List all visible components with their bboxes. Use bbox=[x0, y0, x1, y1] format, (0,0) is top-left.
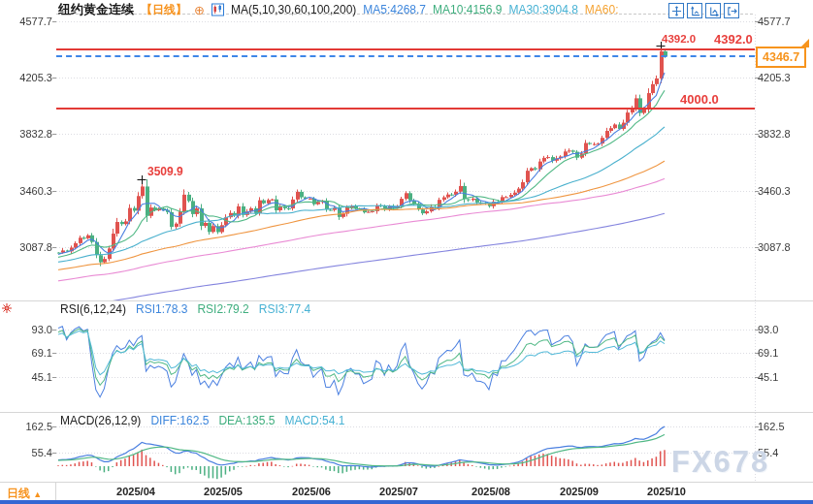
macd-axis-label: 162.5 bbox=[758, 421, 785, 432]
y-axis-label: 4205.3 bbox=[758, 72, 791, 83]
rsi-axis-label: 45.1 bbox=[758, 371, 778, 383]
macd-name[interactable]: MACD(26,12,9) bbox=[60, 414, 141, 427]
support-line[interactable] bbox=[56, 108, 755, 110]
rsi-axis-label: 93.0 bbox=[0, 324, 52, 335]
x-axis-scale-icon[interactable] bbox=[705, 3, 721, 18]
symbol-title: 纽约黄金连续 bbox=[58, 1, 134, 18]
x-axis-label: 2025/10 bbox=[647, 486, 686, 497]
chart-window: 纽约黄金连续 【日线】 ⊕ MA(5,10,30,60,100,200) MA5… bbox=[0, 0, 813, 504]
rsi-axis-label: 93.0 bbox=[758, 324, 778, 335]
macd-axis-label: 162.5 bbox=[0, 421, 52, 432]
x-axis-label: 2025/08 bbox=[472, 486, 510, 497]
watermark: FX678 bbox=[671, 445, 769, 480]
y-axis-label: 4205.3 bbox=[0, 72, 52, 83]
rsi-axis-label: 45.1 bbox=[0, 371, 52, 383]
crosshair-icon[interactable] bbox=[668, 3, 684, 18]
ma60-value: MA60: bbox=[585, 3, 619, 16]
price-flag-icon bbox=[800, 39, 809, 47]
macd-value: MACD:54.1 bbox=[284, 414, 344, 427]
bottom-scrollbar[interactable] bbox=[0, 500, 813, 504]
x-axis-label: 2025/07 bbox=[379, 486, 418, 497]
rsi-axis-label: 69.1 bbox=[0, 347, 52, 359]
ma10-value: MA10:4156.9 bbox=[433, 3, 502, 16]
ma5-value: MA5:4268.7 bbox=[363, 3, 426, 16]
resistance-axis-label: 4392.0 bbox=[714, 32, 753, 47]
y-axis-label: 3087.8 bbox=[0, 241, 52, 253]
rsi-name[interactable]: RSI(6,12,24) bbox=[60, 302, 126, 316]
chart-canvas[interactable] bbox=[0, 0, 813, 504]
period-tag[interactable]: 【日线】 bbox=[141, 2, 187, 18]
y-axis-label: 3832.8 bbox=[0, 128, 52, 140]
y-axis-label: 3460.3 bbox=[0, 185, 52, 197]
pop-out-icon[interactable] bbox=[724, 3, 739, 18]
last-price-badge: 4346.7 bbox=[756, 47, 806, 68]
ma-formula[interactable]: MA(5,10,30,60,100,200) bbox=[231, 3, 356, 16]
y-axis-label: 4577.7 bbox=[758, 16, 791, 27]
y-axis-label: 3087.8 bbox=[758, 241, 791, 253]
period-label: 日线 bbox=[7, 487, 30, 500]
macd-dea-value: DEA:135.5 bbox=[218, 414, 275, 427]
x-axis-label: 2025/06 bbox=[292, 486, 331, 497]
resistance-label: 4392.0 bbox=[662, 33, 696, 45]
y-axis-label: 4577.7 bbox=[0, 16, 52, 27]
x-axis-label: 2025/04 bbox=[116, 486, 155, 497]
current-price-line bbox=[56, 55, 755, 57]
x-axis-label: 2025/09 bbox=[560, 486, 599, 497]
rsi-header: RSI(6,12,24) RSI1:78.3 RSI2:79.2 RSI3:77… bbox=[60, 302, 310, 316]
macd-diff-value: DIFF:162.5 bbox=[150, 414, 209, 427]
rsi-axis-label: 69.1 bbox=[758, 347, 778, 359]
support-label: 4000.0 bbox=[680, 92, 719, 107]
macd-header: MACD(26,12,9) DIFF:162.5 DEA:135.5 MACD:… bbox=[60, 414, 344, 427]
rsi3-value: RSI3:77.4 bbox=[259, 302, 310, 316]
resistance-line[interactable] bbox=[56, 48, 755, 50]
y-axis-label: 3832.8 bbox=[758, 128, 791, 140]
april-high-label: 3509.9 bbox=[147, 165, 183, 178]
macd-axis-label: 55.4 bbox=[0, 447, 52, 458]
chart-toolbar bbox=[668, 3, 739, 18]
y-axis-label: 3460.3 bbox=[758, 185, 791, 197]
chevron-up-icon: ▲ bbox=[33, 489, 42, 499]
rsi1-value: RSI1:78.3 bbox=[136, 302, 187, 316]
x-axis-label: 2025/05 bbox=[204, 486, 243, 497]
y-axis-scale-icon[interactable] bbox=[687, 3, 702, 18]
rsi2-value: RSI2:79.2 bbox=[197, 302, 248, 316]
indicator-toggle-icon[interactable] bbox=[1, 300, 13, 318]
candlestick-settings-icon[interactable] bbox=[211, 3, 224, 16]
ma30-value: MA30:3904.8 bbox=[508, 3, 577, 16]
chart-header: 纽约黄金连续 【日线】 ⊕ MA(5,10,30,60,100,200) MA5… bbox=[58, 1, 619, 18]
footer-divider bbox=[55, 482, 56, 501]
add-indicator-icon[interactable]: ⊕ bbox=[194, 3, 205, 17]
